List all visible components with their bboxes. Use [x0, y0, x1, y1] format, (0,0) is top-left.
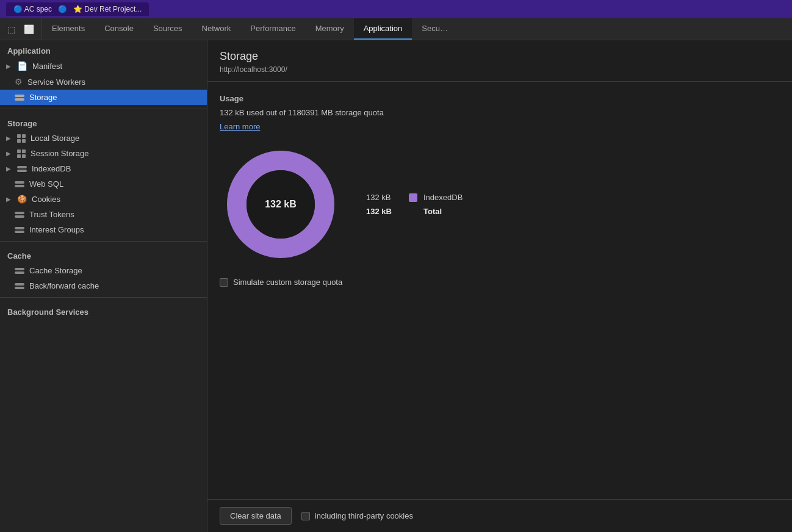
tab-network[interactable]: Network	[192, 18, 241, 40]
sidebar: Application ▶ 📄 Manifest ⚙ Service Worke…	[0, 40, 207, 532]
devtools-tab-bar: ⬚ ⬜ Elements Console Sources Network Per…	[0, 18, 792, 40]
tab-performance[interactable]: Performance	[240, 18, 305, 40]
sidebar-item-interest-groups[interactable]: Interest Groups	[0, 222, 207, 237]
sidebar-background-header: Background Services	[0, 301, 207, 319]
backforward-cache-icon	[15, 283, 24, 289]
storage-icon	[15, 95, 24, 101]
legend-indexeddb-name: IndexedDB	[423, 193, 463, 202]
sidebar-cache-header: Cache	[0, 245, 207, 263]
clear-site-data-button[interactable]: Clear site data	[220, 507, 292, 525]
tab-security[interactable]: Secu…	[412, 18, 458, 40]
doc-icon: 📄	[17, 61, 27, 71]
third-party-checkbox[interactable]	[301, 512, 310, 520]
sidebar-application-header: Application	[0, 40, 207, 58]
sidebar-item-trust-tokens[interactable]: Trust Tokens	[0, 207, 207, 222]
sidebar-item-cache-storage[interactable]: Cache Storage	[0, 263, 207, 278]
page-url: http://localhost:3000/	[220, 65, 780, 74]
donut-chart: 132 kB	[220, 143, 342, 265]
legend-total: 132 kB Total	[366, 207, 463, 216]
tab-memory[interactable]: Memory	[306, 18, 354, 40]
browser-top-bar: 🔵 AC spec 🔵 ⭐ Dev Ret Project...	[0, 0, 792, 18]
session-storage-icon	[17, 149, 26, 158]
devtools-tab-list: Elements Console Sources Network Perform…	[42, 18, 458, 40]
arrow-icon: ▶	[6, 150, 11, 157]
learn-more-link[interactable]: Learn more	[220, 122, 260, 131]
arrow-icon: ▶	[6, 135, 11, 142]
usage-label: Usage	[220, 94, 780, 103]
legend-total-value: 132 kB	[366, 207, 403, 216]
tab-console[interactable]: Console	[95, 18, 143, 40]
arrow-icon: ▶	[6, 63, 11, 70]
browser-tab[interactable]: 🔵 AC spec 🔵 ⭐ Dev Ret Project...	[6, 2, 149, 16]
arrow-icon: ▶	[6, 196, 11, 203]
content-header: Storage http://localhost:3000/	[207, 40, 792, 82]
usage-section: Usage 132 kB used out of 1180391 MB stor…	[220, 94, 780, 131]
sidebar-item-service-workers[interactable]: ⚙ Service Workers	[0, 74, 207, 90]
tab-elements[interactable]: Elements	[42, 18, 95, 40]
simulate-label: Simulate custom storage quota	[233, 278, 342, 287]
devtools-body: Application ▶ 📄 Manifest ⚙ Service Worke…	[0, 40, 792, 532]
donut-center-label: 132 kB	[265, 199, 297, 210]
third-party-label: including third-party cookies	[315, 511, 413, 520]
legend-indexeddb-color	[409, 193, 417, 202]
sidebar-storage-header: Storage	[0, 113, 207, 131]
sidebar-item-indexeddb[interactable]: ▶ IndexedDB	[0, 161, 207, 176]
sidebar-divider-2	[0, 241, 207, 242]
bottom-bar: Clear site data including third-party co…	[207, 499, 792, 532]
interest-groups-icon	[15, 227, 24, 233]
local-storage-icon	[17, 134, 26, 143]
trust-tokens-icon	[15, 212, 24, 218]
usage-text: 132 kB used out of 1180391 MB storage qu…	[220, 108, 780, 117]
sidebar-divider-1	[0, 109, 207, 109]
legend-total-name: Total	[423, 207, 442, 216]
legend-indexeddb-value: 132 kB	[366, 193, 403, 202]
sidebar-divider-3	[0, 297, 207, 298]
sidebar-item-backforward-cache[interactable]: Back/forward cache	[0, 278, 207, 293]
gear-icon: ⚙	[15, 77, 23, 87]
main-content: Storage http://localhost:3000/ Usage 132…	[207, 40, 792, 532]
simulate-row: Simulate custom storage quota	[220, 278, 780, 287]
cache-storage-icon	[15, 268, 24, 274]
chart-legend: 132 kB IndexedDB 132 kB Total	[366, 193, 463, 216]
sidebar-item-local-storage[interactable]: ▶ Local Storage	[0, 131, 207, 146]
arrow-icon: ▶	[6, 165, 11, 172]
cookie-icon: 🍪	[17, 195, 27, 204]
tab-application[interactable]: Application	[354, 18, 412, 40]
page-title: Storage	[220, 50, 780, 63]
simulate-checkbox[interactable]	[220, 278, 228, 287]
devtools-icon-buttons: ⬚ ⬜	[0, 18, 42, 40]
indexeddb-icon	[17, 166, 27, 172]
legend-indexeddb: 132 kB IndexedDB	[366, 193, 463, 202]
cursor-icon[interactable]: ⬚	[5, 22, 18, 37]
tab-sources[interactable]: Sources	[143, 18, 192, 40]
sidebar-item-web-sql[interactable]: Web SQL	[0, 176, 207, 192]
content-body: Usage 132 kB used out of 1180391 MB stor…	[207, 82, 792, 499]
web-sql-icon	[15, 181, 24, 187]
sidebar-item-manifest[interactable]: ▶ 📄 Manifest	[0, 58, 207, 74]
device-icon[interactable]: ⬜	[21, 22, 37, 37]
sidebar-item-session-storage[interactable]: ▶ Session Storage	[0, 146, 207, 161]
sidebar-item-storage[interactable]: Storage	[0, 90, 207, 105]
chart-area: 132 kB 132 kB IndexedDB 132 kB Total	[220, 143, 780, 265]
third-party-row: including third-party cookies	[301, 511, 413, 520]
sidebar-item-cookies[interactable]: ▶ 🍪 Cookies	[0, 192, 207, 207]
